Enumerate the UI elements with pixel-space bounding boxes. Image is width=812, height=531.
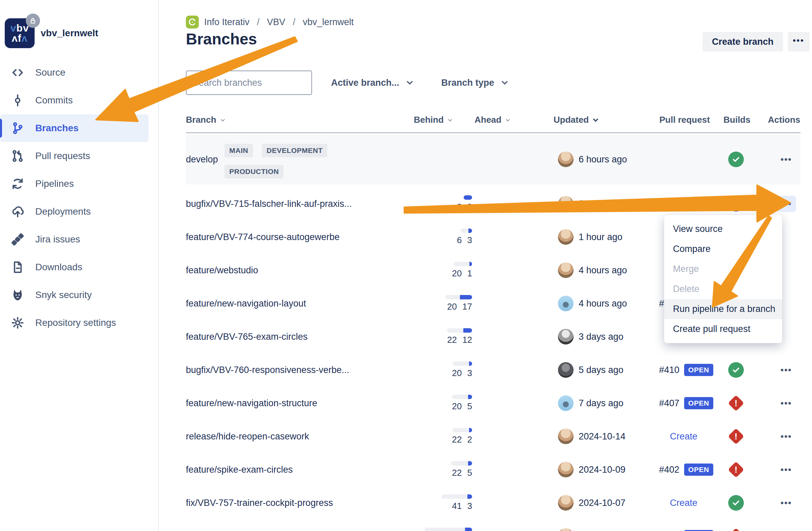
column-header-branch[interactable]: Branch xyxy=(186,115,226,125)
branch-type-dropdown[interactable]: Branch type xyxy=(441,71,508,95)
column-header-pull-request: Pull request xyxy=(659,115,710,125)
breadcrumb-repo[interactable]: vbv_lernwelt xyxy=(303,17,354,28)
column-header-updated[interactable]: Updated xyxy=(553,115,599,125)
pr-status-badge: OPEN xyxy=(684,397,713,409)
build-success-icon[interactable] xyxy=(728,495,744,511)
build-status-cell xyxy=(724,362,748,378)
row-actions-button[interactable]: ••• xyxy=(777,430,795,443)
create-pull-request-link[interactable]: Create xyxy=(670,431,697,442)
updated-time: 2024-10-09 xyxy=(579,464,625,475)
sidebar-item-downloads[interactable]: Downloads xyxy=(0,253,148,281)
sidebar-item-deployments[interactable]: Deployments xyxy=(0,198,148,225)
pull-request-cell: Create xyxy=(659,498,697,508)
create-pull-request-link[interactable]: Create xyxy=(670,498,697,508)
behind-count: 6 xyxy=(457,235,462,246)
build-failed-icon[interactable]: ! xyxy=(728,395,744,411)
row-actions-button[interactable]: ••• xyxy=(777,153,795,165)
build-status-cell: ! xyxy=(724,196,748,211)
build-success-icon[interactable] xyxy=(728,362,744,378)
branch-link[interactable]: feature/new-navigation-structure xyxy=(186,398,317,409)
build-failed-icon[interactable]: ! xyxy=(728,528,744,531)
sidebar-item-pipelines[interactable]: Pipelines xyxy=(0,170,148,198)
branch-link[interactable]: feature/VBV-774-course-autogewerbe xyxy=(186,232,339,242)
behind-count: 22 xyxy=(452,468,462,478)
breadcrumb-project[interactable]: Info Iterativ xyxy=(204,17,250,28)
menu-item-create-pull-request[interactable]: Create pull request xyxy=(664,319,782,339)
breadcrumb: Info Iterativ / VBV / vbv_lernwelt xyxy=(186,16,354,29)
menu-item-compare[interactable]: Compare xyxy=(664,239,782,259)
ahead-count: 3 xyxy=(467,235,472,246)
table-row: release/hide-reopen-casework2222024-10-1… xyxy=(186,420,800,453)
avatar xyxy=(558,429,574,444)
avatar xyxy=(558,528,574,531)
active-branches-dropdown[interactable]: Active branch... xyxy=(331,71,414,95)
avatar xyxy=(558,462,574,477)
table-row: feature/new-navigation-structure2057 day… xyxy=(186,386,800,420)
table-row: bugfix/VBV-760-responsiveness-verbe...20… xyxy=(186,353,800,386)
ahead-count: 5 xyxy=(467,401,472,412)
page-more-button[interactable]: ••• xyxy=(788,32,810,51)
behind-ahead-indicator: 201 xyxy=(425,262,472,279)
chevron-down-icon xyxy=(501,79,508,87)
row-actions-button[interactable]: ••• xyxy=(777,497,795,509)
build-failed-icon[interactable]: ! xyxy=(728,428,744,444)
menu-item-delete: Delete xyxy=(664,279,782,299)
branch-link[interactable]: develop xyxy=(186,154,218,165)
sort-chevron-icon-active xyxy=(592,117,599,123)
build-failed-icon[interactable]: ! xyxy=(728,461,744,478)
pull-request-link[interactable]: #410 xyxy=(659,365,679,375)
breadcrumb-workspace[interactable]: VBV xyxy=(267,17,285,28)
menu-item-view-source[interactable]: View source xyxy=(664,219,782,239)
behind-ahead-indicator: 222 xyxy=(425,428,472,445)
avatar xyxy=(558,196,574,211)
behind-count: 0 xyxy=(457,202,462,212)
sidebar-item-commits[interactable]: Commits xyxy=(0,87,148,114)
pull-request-cell: #402OPEN xyxy=(659,463,713,476)
branch-badge-production: PRODUCTION xyxy=(224,165,284,178)
column-header-behind[interactable]: Behind xyxy=(414,115,453,125)
search-input[interactable] xyxy=(193,78,313,88)
branch-link[interactable]: bugfix/VBV-715-falscher-link-auf-praxis.… xyxy=(186,199,352,209)
branch-link[interactable]: release/hide-reopen-casework xyxy=(186,431,309,442)
cloud-upload-icon xyxy=(11,205,25,218)
row-actions-button[interactable]: ••• xyxy=(777,397,795,409)
behind-count: 41 xyxy=(452,501,462,511)
behind-ahead-indicator: 203 xyxy=(425,362,472,379)
sidebar-item-pull-requests[interactable]: Pull requests xyxy=(0,142,148,170)
build-status-cell xyxy=(724,495,748,511)
build-success-icon[interactable] xyxy=(728,151,744,167)
updated-time: 6 hours ago xyxy=(579,154,627,165)
table-row-develop: develop MAIN DEVELOPMENT PRODUCTION 6 ho… xyxy=(186,134,800,185)
branch-link[interactable]: feature/VBV-765-exam-circles xyxy=(186,331,308,342)
pull-request-link[interactable]: #411 xyxy=(659,199,679,209)
create-branch-button[interactable]: Create branch xyxy=(702,32,783,51)
row-actions-button[interactable]: ••• xyxy=(777,463,795,476)
code-icon xyxy=(11,66,25,79)
avatar xyxy=(558,495,574,511)
behind-count: 20 xyxy=(447,301,457,312)
behind-ahead-indicator: 2212 xyxy=(425,328,472,345)
sidebar-item-source[interactable]: Source xyxy=(0,59,148,87)
build-inprogress-icon[interactable]: ! xyxy=(728,196,744,211)
repo-avatar-logo: vbv ʌfʌ xyxy=(5,18,34,48)
pull-request-link[interactable]: #407 xyxy=(659,398,679,409)
branch-link[interactable]: bugfix/VBV-760-responsiveness-verbe... xyxy=(186,365,349,375)
branch-link[interactable]: feature/new-navigation-layout xyxy=(186,298,306,309)
pull-request-link[interactable]: #402 xyxy=(659,464,679,475)
sidebar-item-repository-settings[interactable]: Repository settings xyxy=(0,309,148,337)
branch-link[interactable]: feature/spike-exam-circles xyxy=(186,464,293,475)
updated-time: 4 hours ago xyxy=(579,265,627,276)
branch-link[interactable]: fix/VBV-757-trainer-cockpit-progress xyxy=(186,498,333,508)
sidebar-item-jira-issues[interactable]: Jira issues xyxy=(0,225,148,253)
branch-link[interactable]: feature/webstudio xyxy=(186,265,258,276)
avatar xyxy=(558,296,574,311)
sidebar-item-snyk-security[interactable]: Snyk security xyxy=(0,281,148,309)
branch-icon xyxy=(11,121,25,135)
row-actions-button[interactable]: ••• xyxy=(777,364,795,376)
table-row: feature/spike-exam-circles2252024-10-09#… xyxy=(186,453,800,486)
row-actions-button[interactable]: ••• xyxy=(777,196,796,212)
column-header-ahead[interactable]: Ahead xyxy=(475,115,511,125)
column-header-actions: Actions xyxy=(768,115,800,125)
menu-item-run-pipeline-for-a-branch[interactable]: Run pipeline for a branch xyxy=(664,299,782,319)
sidebar-item-branches[interactable]: Branches xyxy=(0,114,148,142)
